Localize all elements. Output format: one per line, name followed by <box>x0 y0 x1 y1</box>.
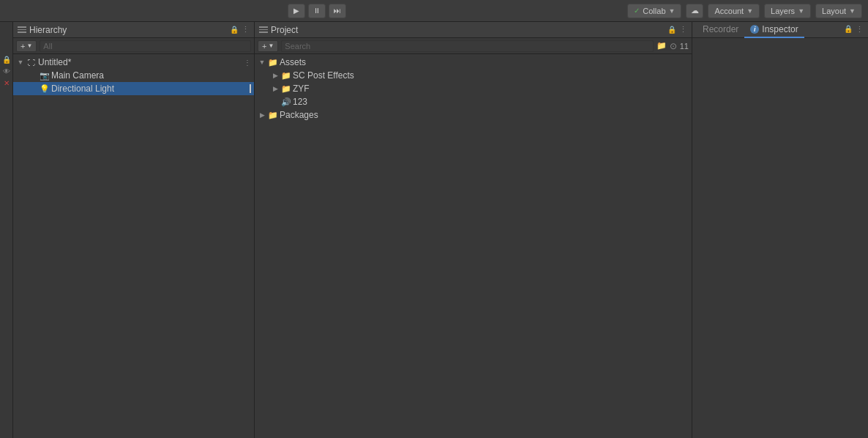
audio-icon: 🔊 <box>281 97 291 107</box>
project-add-icon: + <box>262 42 266 51</box>
scene-unity-icon: ⛶ <box>26 57 37 67</box>
inspector-label: Inspector <box>762 24 798 34</box>
hierarchy-more-icon[interactable]: ⋮ <box>242 25 250 34</box>
layers-chevron-icon: ▼ <box>798 7 804 15</box>
project-add-button[interactable]: + ▼ <box>258 40 278 52</box>
add-icon: + <box>20 42 25 51</box>
hierarchy-lock-icon[interactable]: 🔒 <box>230 26 239 34</box>
packages-arrow-icon: ▶ <box>258 111 266 119</box>
account-button[interactable]: Account ▼ <box>708 4 760 18</box>
light-arrow-icon <box>29 84 38 93</box>
zyf-arrow-icon: ▶ <box>271 84 280 93</box>
project-title: Project <box>271 25 298 35</box>
step-icon: ⏭ <box>334 7 341 15</box>
project-toolbar-right: 📁 ⊙ 11 <box>656 41 689 51</box>
cloud-icon: ☁ <box>691 6 699 15</box>
packages-label: Packages <box>280 110 689 120</box>
layers-button[interactable]: Layers ▼ <box>764 4 811 18</box>
hierarchy-search-input[interactable] <box>40 40 251 52</box>
play-button[interactable]: ▶ <box>288 4 305 18</box>
packages-folder-icon: 📁 <box>268 110 278 120</box>
audio-arrow-icon <box>271 97 280 106</box>
layers-label: Layers <box>771 7 795 15</box>
account-chevron-icon: ▼ <box>747 7 753 15</box>
strip-x-icon[interactable]: ✕ <box>1 78 12 88</box>
directional-light-label: Directional Light <box>51 83 247 94</box>
collab-check-icon: ✓ <box>634 7 640 15</box>
hierarchy-title: Hierarchy <box>29 25 67 35</box>
cloud-button[interactable]: ☁ <box>686 4 703 18</box>
step-button[interactable]: ⏭ <box>329 4 346 18</box>
audio-label: 123 <box>293 97 689 107</box>
inspector-lock-icon[interactable]: 🔒 <box>844 25 853 34</box>
assets-folder-icon: 📁 <box>268 57 278 67</box>
layout-chevron-icon: ▼ <box>849 7 856 15</box>
zyf-label: ZYF <box>293 83 689 94</box>
playback-controls: ▶ ⏸ ⏭ <box>6 4 627 18</box>
hierarchy-add-button[interactable]: + ▼ <box>16 40 37 52</box>
inspector-panel: Recorder i Inspector 🔒 ⋮ <box>692 22 868 438</box>
hierarchy-header: Hierarchy 🔒 ⋮ <box>13 22 254 38</box>
hierarchy-content: ▼ ⛶ Untitled* ⋮ 📷 Main Camera 💡 Directio… <box>13 54 254 438</box>
cursor-indicator <box>250 84 251 93</box>
top-toolbar: ▶ ⏸ ⏭ ✓ Collab ▼ ☁ Account ▼ Layers ▼ La… <box>0 0 868 22</box>
project-zyf[interactable]: ▶ 📁 ZYF <box>255 82 692 95</box>
add-chevron-icon: ▼ <box>26 42 32 49</box>
hierarchy-hamburger-icon[interactable] <box>18 26 26 33</box>
project-packages[interactable]: ▶ 📁 Packages <box>255 108 692 122</box>
inspector-info-icon: i <box>750 25 759 34</box>
project-hamburger-icon[interactable] <box>259 26 268 33</box>
strip-eye-icon: 👁 <box>1 66 12 76</box>
scene-arrow-icon: ▼ <box>16 58 25 67</box>
project-header: Project 🔒 ⋮ <box>255 22 692 38</box>
assets-arrow-icon: ▼ <box>258 58 266 67</box>
inspector-content <box>692 38 868 438</box>
scene-options-icon[interactable]: ⋮ <box>244 59 251 67</box>
project-panel: Project 🔒 ⋮ + ▼ 📁 ⊙ 11 ▼ � <box>255 22 692 438</box>
inspector-more-icon[interactable]: ⋮ <box>856 25 864 34</box>
hierarchy-tab: Hierarchy <box>29 25 227 35</box>
sc-folder-icon: 📁 <box>281 70 291 81</box>
pause-icon: ⏸ <box>313 7 321 15</box>
camera-icon: 📷 <box>40 70 50 81</box>
pause-button[interactable]: ⏸ <box>308 4 326 18</box>
project-123[interactable]: 🔊 123 <box>255 95 692 108</box>
layout-label: Layout <box>822 7 846 15</box>
inspector-header-icons: 🔒 ⋮ <box>844 25 864 34</box>
project-lock-icon[interactable]: 🔒 <box>667 26 676 34</box>
hierarchy-item-directional-light[interactable]: 💡 Directional Light <box>13 82 254 95</box>
strip-lock-icon: 🔒 <box>1 54 12 64</box>
toolbar-right: ✓ Collab ▼ ☁ Account ▼ Layers ▼ Layout ▼ <box>627 4 862 18</box>
project-toolbar: + ▼ 📁 ⊙ 11 <box>255 38 692 54</box>
sc-arrow-icon: ▶ <box>271 71 280 80</box>
project-search-input[interactable] <box>281 40 653 52</box>
main-camera-label: Main Camera <box>51 70 251 81</box>
collab-chevron-icon: ▼ <box>669 7 676 15</box>
hierarchy-scene-root[interactable]: ▼ ⛶ Untitled* ⋮ <box>13 56 254 69</box>
account-label: Account <box>714 7 744 15</box>
layout-button[interactable]: Layout ▼ <box>815 4 862 18</box>
camera-arrow-icon <box>29 71 38 80</box>
zyf-folder-icon: 📁 <box>281 83 291 94</box>
recorder-tab[interactable]: Recorder <box>697 22 744 38</box>
project-filter-icon[interactable]: ⊙ <box>670 41 677 51</box>
project-assets-root[interactable]: ▼ 📁 Assets <box>255 56 692 69</box>
recorder-label: Recorder <box>703 24 738 34</box>
light-icon: 💡 <box>40 83 50 94</box>
left-strip: 🔒 👁 ✕ <box>0 22 13 438</box>
project-add-chevron-icon: ▼ <box>268 42 274 49</box>
collab-button[interactable]: ✓ Collab ▼ <box>627 4 681 18</box>
project-folder-icon: 📁 <box>656 41 667 51</box>
hierarchy-header-icons: 🔒 ⋮ <box>230 25 250 34</box>
hierarchy-item-main-camera[interactable]: 📷 Main Camera <box>13 69 254 82</box>
main-content: 🔒 👁 ✕ Hierarchy 🔒 ⋮ + ▼ <box>0 22 868 438</box>
project-content: ▼ 📁 Assets ▶ 📁 SC Post Effects ▶ 📁 ZYF <box>255 54 692 438</box>
play-icon: ▶ <box>293 7 299 15</box>
project-tab: Project <box>271 25 665 35</box>
project-more-icon[interactable]: ⋮ <box>679 25 687 34</box>
project-header-icons: 🔒 ⋮ <box>667 25 687 34</box>
project-count-label: 11 <box>680 42 689 51</box>
hierarchy-toolbar: + ▼ <box>13 38 254 54</box>
project-sc-post-effects[interactable]: ▶ 📁 SC Post Effects <box>255 69 692 82</box>
inspector-tab[interactable]: i Inspector <box>744 22 804 38</box>
